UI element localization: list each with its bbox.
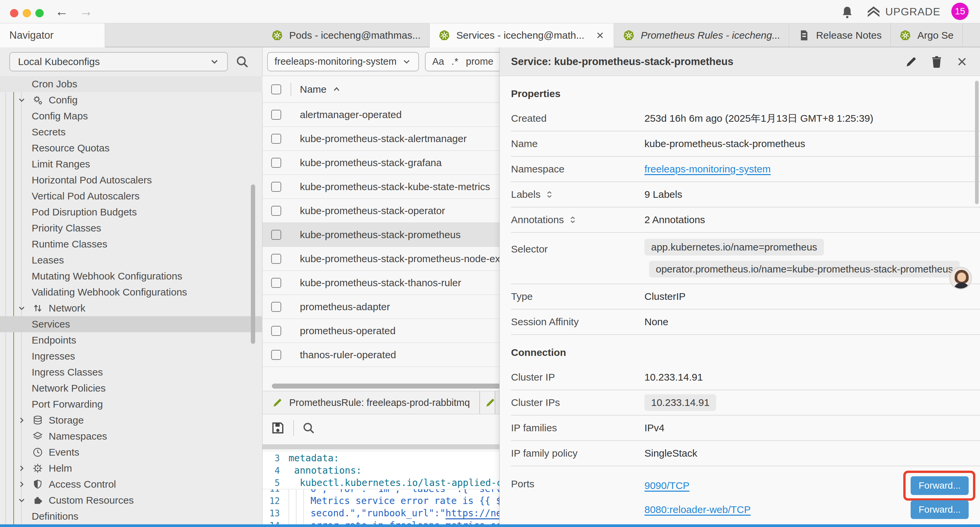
upgrade-button[interactable]: UPGRADE [867, 5, 940, 19]
chevron-right-icon[interactable] [17, 480, 27, 489]
sidebar-item-endpoints[interactable]: Endpoints [0, 332, 262, 348]
close-tab-icon[interactable] [595, 30, 605, 40]
namespace-link[interactable]: freeleaps-monitoring-system [644, 164, 770, 174]
sidebar-item-leases[interactable]: Leases [0, 252, 262, 268]
sidebar-item-horizontal-pod-autoscalers[interactable]: Horizontal Pod Autoscalers [0, 172, 262, 188]
bell-icon[interactable] [841, 6, 854, 19]
sort-ascending-icon[interactable] [332, 85, 341, 94]
row-checkbox[interactable] [271, 350, 281, 360]
back-icon[interactable]: ← [55, 5, 68, 18]
row-checkbox[interactable] [271, 278, 281, 288]
chevron-down-icon[interactable] [17, 96, 27, 105]
row-checkbox[interactable] [271, 254, 281, 264]
service-name: prometheus-adapter [300, 301, 390, 312]
detail-label: Cluster IPs [511, 397, 644, 408]
sidebar-item-runtime-classes[interactable]: Runtime Classes [0, 236, 262, 252]
regex-icon[interactable]: .* [451, 56, 458, 67]
row-checkbox[interactable] [271, 206, 281, 216]
detail-row-annotations: Annotations2 Annotations [511, 207, 980, 233]
sidebar-item-config-maps[interactable]: Config Maps [0, 108, 262, 124]
navigator-panel-tab[interactable]: Navigator [0, 23, 105, 47]
detail-scrollbar[interactable] [975, 81, 978, 204]
row-checkbox[interactable] [271, 302, 281, 312]
chevron-down-icon[interactable] [17, 304, 27, 313]
tab-pods[interactable]: Pods - icecheng@mathmas... [262, 23, 430, 47]
sidebar-item-ingress-classes[interactable]: Ingress Classes [0, 364, 262, 380]
port-link[interactable]: 9090/TCP [644, 480, 689, 491]
forward-button[interactable]: Forward... [911, 500, 969, 519]
row-checkbox[interactable] [271, 230, 281, 240]
indent-guide [288, 519, 296, 524]
sidebar-item-helm[interactable]: Helm [0, 460, 262, 476]
sidebar-search-icon[interactable] [235, 55, 249, 69]
service-name: kube-prometheus-stack-prometheus-node-ex… [300, 253, 515, 264]
sidebar-item-pod-disruption-budgets[interactable]: Pod Disruption Budgets [0, 204, 262, 220]
select-all-checkbox[interactable] [271, 84, 281, 94]
maximize-window-button[interactable] [35, 9, 44, 18]
row-checkbox[interactable] [271, 158, 281, 168]
sidebar-item-limit-ranges[interactable]: Limit Ranges [0, 156, 262, 172]
sidebar-item-access-control[interactable]: Access Control [0, 476, 262, 492]
editor-tab-prometheusrule[interactable]: PrometheusRule: freeleaps-prod-rabbitmq [262, 391, 480, 414]
sidebar-item-config[interactable]: Config [0, 92, 262, 108]
row-checkbox[interactable] [271, 182, 281, 192]
port-link[interactable]: 8080:reloader-web/TCP [644, 504, 751, 515]
indent-guide [296, 489, 303, 495]
detail-label-text: Type [511, 291, 533, 302]
notification-count-badge[interactable]: 15 [951, 3, 969, 20]
editor-tab-next-partial[interactable] [480, 391, 495, 414]
line-number: 13 [262, 508, 288, 518]
sidebar-item-vertical-pod-autoscalers[interactable]: Vertical Pod Autoscalers [0, 188, 262, 204]
sidebar-item-network-policies[interactable]: Network Policies [0, 380, 262, 396]
sidebar-item-priority-classes[interactable]: Priority Classes [0, 220, 262, 236]
assistant-avatar[interactable] [949, 267, 972, 290]
expander-icon[interactable] [568, 215, 577, 224]
forward-icon[interactable]: → [80, 5, 93, 18]
expander-icon[interactable] [545, 190, 554, 199]
forward-button[interactable]: Forward... [911, 476, 969, 495]
indent-guide [296, 519, 303, 524]
edit-icon[interactable] [905, 55, 918, 68]
close-window-button[interactable] [10, 9, 18, 18]
match-case-icon[interactable]: Aa [432, 56, 444, 67]
sidebar-item-ingresses[interactable]: Ingresses [0, 348, 262, 364]
sidebar-item-cron-jobs[interactable]: Cron Jobs [0, 76, 262, 92]
row-checkbox[interactable] [271, 326, 281, 336]
code-link[interactable]: https://net [445, 508, 508, 519]
minimize-window-button[interactable] [23, 9, 31, 18]
sidebar-item-secrets[interactable]: Secrets [0, 124, 262, 140]
sidebar-item-events[interactable]: Events [0, 444, 262, 460]
sidebar-item-definitions[interactable]: Definitions [0, 508, 262, 524]
indent-guide [296, 507, 303, 519]
chevron-right-icon[interactable] [17, 416, 27, 425]
name-column-header[interactable]: Name [300, 84, 326, 95]
row-checkbox[interactable] [271, 134, 281, 144]
detail-panel-header: Service: kube-prometheus-stack-prometheu… [500, 47, 980, 76]
row-checkbox[interactable] [271, 110, 281, 120]
save-icon[interactable] [270, 420, 285, 435]
sidebar-item-label: Access Control [49, 479, 116, 490]
sidebar-item-custom-resources[interactable]: Custom Resources [0, 492, 262, 508]
namespace-selector[interactable]: freeleaps-monitoring-system [267, 52, 419, 72]
tab-argo[interactable]: Argo Se [891, 23, 963, 47]
sidebar-item-resource-quotas[interactable]: Resource Quotas [0, 140, 262, 156]
sidebar-item-label: Namespaces [49, 431, 107, 442]
tab-services[interactable]: Services - icecheng@math... [430, 23, 614, 47]
sidebar-item-port-forwarding[interactable]: Port Forwarding [0, 396, 262, 412]
kubeconfig-selector[interactable]: Local Kubeconfigs [10, 52, 228, 72]
sidebar-scrollbar[interactable] [251, 185, 255, 344]
sidebar-item-services[interactable]: Services [0, 316, 262, 332]
detail-row-ports: Ports9090/TCPForward...8080:reloader-web… [511, 466, 980, 522]
sidebar-item-mutating-webhook-configurations[interactable]: Mutating Webhook Configurations [0, 268, 262, 284]
chevron-down-icon[interactable] [17, 496, 27, 505]
delete-icon[interactable] [930, 55, 943, 68]
chevron-right-icon[interactable] [17, 463, 27, 473]
sidebar-item-validating-webhook-configurations[interactable]: Validating Webhook Configurations [0, 284, 262, 300]
editor-search-icon[interactable] [302, 421, 315, 435]
tab-release[interactable]: Release Notes [789, 23, 891, 47]
tab-prometheus[interactable]: Prometheus Rules - icecheng... [614, 23, 789, 47]
sidebar-item-storage[interactable]: Storage [0, 412, 262, 428]
close-panel-icon[interactable] [955, 55, 969, 68]
sidebar-item-network[interactable]: Network [0, 300, 262, 316]
sidebar-item-namespaces[interactable]: Namespaces [0, 428, 262, 444]
